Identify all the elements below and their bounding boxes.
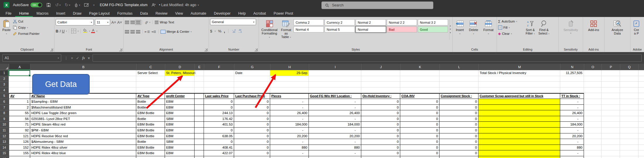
cell-I10[interactable]: 184,000 bbox=[309, 122, 361, 128]
cell-A8[interactable]: 55 bbox=[9, 110, 30, 116]
bold-button[interactable]: B bbox=[56, 29, 58, 33]
tab-review[interactable]: Review bbox=[152, 10, 171, 17]
increase-indent-icon[interactable]: ⇥☰ bbox=[151, 30, 156, 33]
cell-H9[interactable]: - bbox=[270, 116, 309, 122]
cell-G10[interactable]: 0 bbox=[234, 122, 270, 128]
row-header-6[interactable]: 6 bbox=[0, 99, 9, 105]
cell-M16[interactable] bbox=[478, 156, 560, 158]
cell-C3[interactable] bbox=[136, 82, 165, 87]
cell-C11[interactable]: EBM Bottle bbox=[136, 128, 165, 133]
cell-N14[interactable]: 880 bbox=[560, 145, 584, 151]
tab-automate[interactable]: Automate bbox=[187, 10, 210, 17]
column-header-L[interactable]: L bbox=[440, 64, 479, 70]
tab-help[interactable]: Help bbox=[234, 10, 250, 17]
formula-input[interactable] bbox=[93, 54, 642, 62]
cell-I2[interactable] bbox=[309, 76, 361, 82]
cell-L1[interactable] bbox=[439, 70, 478, 76]
cell-H15[interactable]: - bbox=[270, 150, 309, 156]
row-header-14[interactable]: 14 bbox=[0, 145, 9, 151]
cell-G8[interactable]: 0 bbox=[234, 110, 270, 116]
touch-mode-icon[interactable]: ▾ bbox=[74, 3, 80, 7]
cell-F1[interactable] bbox=[204, 70, 234, 76]
cell-Q6[interactable] bbox=[620, 99, 638, 105]
column-header-G[interactable]: G bbox=[234, 64, 270, 70]
cell-A13[interactable]: 126 bbox=[9, 139, 30, 145]
cell-I14[interactable]: 880 bbox=[309, 145, 361, 151]
gallery-up-icon[interactable]: ▴ bbox=[450, 25, 451, 27]
cell-C4[interactable] bbox=[136, 87, 165, 93]
cell-G1[interactable]: Date bbox=[234, 70, 270, 76]
cell-O8[interactable] bbox=[584, 110, 602, 116]
cell-N1[interactable]: 11,257,505 bbox=[560, 70, 584, 76]
align-center-icon[interactable] bbox=[130, 30, 135, 33]
column-header-N[interactable]: N bbox=[560, 64, 584, 70]
align-left-icon[interactable] bbox=[125, 30, 129, 33]
font-name-select[interactable]: Calibri▾ bbox=[56, 19, 94, 25]
cell-X11[interactable] bbox=[638, 128, 644, 133]
cell-M6[interactable] bbox=[478, 99, 560, 105]
cell-M11[interactable] bbox=[478, 128, 560, 133]
tab-formulas[interactable]: Formulas bbox=[113, 10, 136, 17]
row-header-1[interactable]: 1 bbox=[0, 70, 9, 76]
italic-button[interactable]: I bbox=[59, 29, 61, 33]
copy-button[interactable]: Copy▾ bbox=[13, 25, 40, 30]
cell-J11[interactable]: 0 bbox=[361, 128, 400, 133]
cell-G15[interactable]: 0 bbox=[234, 150, 270, 156]
cell-G13[interactable]: 0 bbox=[234, 139, 270, 145]
cell-J14[interactable]: 0 bbox=[361, 145, 400, 151]
analyze-data-button[interactable]: Analyze Data bbox=[610, 19, 624, 36]
cell-N11[interactable]: - bbox=[560, 128, 584, 133]
cell-H6[interactable]: - bbox=[270, 99, 309, 105]
cell-D9[interactable]: SBM bbox=[165, 116, 195, 122]
tab-view[interactable]: View bbox=[171, 10, 187, 17]
row-header-11[interactable]: 11 bbox=[0, 128, 9, 133]
row-header-10[interactable]: 10 bbox=[0, 122, 9, 128]
cell-D1[interactable]: St. Peters, Missouri bbox=[165, 70, 195, 76]
cell-I12[interactable]: 20,200 bbox=[309, 133, 361, 139]
cell-O10[interactable] bbox=[584, 122, 602, 128]
cell-K7[interactable]: 0 bbox=[400, 105, 439, 111]
cell-P1[interactable] bbox=[602, 70, 620, 76]
cell-P5[interactable] bbox=[602, 93, 620, 99]
cell-M10[interactable] bbox=[478, 122, 560, 128]
cell-E11[interactable] bbox=[195, 128, 204, 133]
cell-D7[interactable]: EBM bbox=[165, 105, 195, 111]
addins-button[interactable]: Add-ins bbox=[587, 19, 600, 32]
insert-cells-button[interactable]: Insert▾ bbox=[455, 19, 465, 36]
cell-X12[interactable] bbox=[638, 133, 644, 139]
tab-macros[interactable]: Macros bbox=[33, 10, 52, 17]
column-header-H[interactable]: H bbox=[270, 64, 309, 70]
cell-P14[interactable] bbox=[602, 145, 620, 151]
conditional-formatting-button[interactable]: Conditional Formatting ▾ bbox=[260, 19, 279, 40]
cell-O16[interactable] bbox=[584, 156, 602, 158]
cell-F10[interactable]: 401.53 bbox=[204, 122, 234, 128]
cell-H5[interactable]: Pieces bbox=[270, 93, 309, 99]
column-header-E[interactable]: E bbox=[195, 64, 204, 70]
autosave-control[interactable]: AutoSave On bbox=[13, 3, 42, 7]
cell-I11[interactable]: - bbox=[309, 128, 361, 133]
cell-H1[interactable]: 29-Sep bbox=[270, 70, 309, 76]
sort-filter-button[interactable]: AZ Sort & Filter ▾ bbox=[524, 19, 536, 36]
cell-D13[interactable]: SBM bbox=[165, 139, 195, 145]
cell-D12[interactable]: EBM bbox=[165, 133, 195, 139]
cell-O2[interactable] bbox=[584, 76, 602, 82]
cell-K11[interactable]: 0 bbox=[400, 128, 439, 133]
cell-N2[interactable] bbox=[560, 76, 584, 82]
wrap-text-button[interactable]: Wrap Text bbox=[155, 20, 174, 25]
cell-E4[interactable] bbox=[195, 87, 204, 93]
cell-G16[interactable] bbox=[234, 156, 270, 158]
cell-G14[interactable]: 0 bbox=[234, 145, 270, 151]
get-data-button[interactable]: Get Data bbox=[32, 74, 90, 95]
cell-B8[interactable]: HDPE Law Toggle 28oz green bbox=[30, 110, 136, 116]
cell-E3[interactable] bbox=[195, 82, 204, 87]
cell-X4[interactable] bbox=[638, 87, 644, 93]
cell-M1[interactable]: Total Stock / Physical Invenotry bbox=[478, 70, 560, 76]
fill-color-dropdown[interactable]: ▾ bbox=[89, 30, 90, 32]
cell-G4[interactable] bbox=[234, 87, 270, 93]
cell-L2[interactable] bbox=[439, 76, 478, 82]
format-as-table-button[interactable]: Format as Table ▾ bbox=[280, 19, 292, 40]
cell-P16[interactable] bbox=[602, 156, 620, 158]
cell-E16[interactable] bbox=[195, 156, 204, 158]
cell-Q3[interactable] bbox=[620, 82, 638, 87]
cell-F9[interactable]: 176.42 bbox=[204, 116, 234, 122]
